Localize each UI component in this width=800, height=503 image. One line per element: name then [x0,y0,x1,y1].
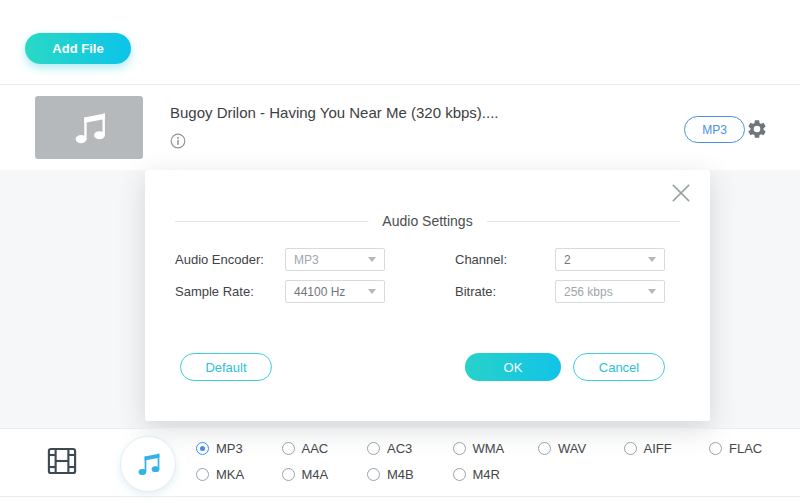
format-option-aac[interactable]: AAC [282,441,368,456]
radio-icon [624,442,637,455]
default-button[interactable]: Default [180,353,272,381]
radio-icon [196,442,209,455]
audio-settings-dialog: Audio Settings Audio Encoder: MP3 Channe… [145,170,710,421]
chevron-down-icon [648,257,656,262]
format-option-mka[interactable]: MKA [196,467,282,482]
chevron-down-icon [648,289,656,294]
dialog-title: Audio Settings [175,213,680,229]
format-option-wav[interactable]: WAV [538,441,624,456]
channel-dropdown[interactable]: 2 [555,248,665,271]
music-note-icon [68,107,110,149]
file-thumbnail [35,96,143,159]
ok-button[interactable]: OK [465,353,561,381]
encoder-dropdown[interactable]: MP3 [285,248,385,271]
format-option-m4a[interactable]: M4A [282,467,368,482]
audio-category-icon [120,436,176,492]
radio-icon [453,468,466,481]
sample-rate-label: Sample Rate: [175,284,254,299]
format-option-flac[interactable]: FLAC [709,441,795,456]
radio-icon [367,468,380,481]
radio-icon [367,442,380,455]
bitrate-label: Bitrate: [455,284,496,299]
chevron-down-icon [368,289,376,294]
radio-icon [709,442,722,455]
radio-icon [196,468,209,481]
gear-icon[interactable] [746,118,768,140]
format-option-wma[interactable]: WMA [453,441,539,456]
music-note-icon [133,449,163,479]
format-option-m4b[interactable]: M4B [367,467,453,482]
add-file-button[interactable]: Add File [25,33,131,64]
divider [0,496,800,497]
close-icon[interactable] [668,180,694,206]
row-format-button[interactable]: MP3 [684,116,745,143]
radio-icon [282,468,295,481]
format-options: MP3 AAC AC3 WMA WAV AIFF FLAC MKA M4A M4… [196,440,796,482]
info-icon[interactable] [170,133,186,149]
film-strip-icon[interactable] [45,444,79,478]
chevron-down-icon [368,257,376,262]
format-option-aiff[interactable]: AIFF [624,441,710,456]
format-option-mp3[interactable]: MP3 [196,441,282,456]
encoder-label: Audio Encoder: [175,252,264,267]
divider [0,428,800,429]
cancel-button[interactable]: Cancel [573,353,665,381]
sample-rate-dropdown[interactable]: 44100 Hz [285,280,385,303]
channel-label: Channel: [455,252,507,267]
radio-icon [453,442,466,455]
radio-icon [282,442,295,455]
format-option-m4r[interactable]: M4R [453,467,539,482]
file-title: Bugoy Drilon - Having You Near Me (320 k… [170,104,670,121]
bitrate-dropdown[interactable]: 256 kbps [555,280,665,303]
format-option-ac3[interactable]: AC3 [367,441,453,456]
radio-icon [538,442,551,455]
divider [0,84,800,85]
